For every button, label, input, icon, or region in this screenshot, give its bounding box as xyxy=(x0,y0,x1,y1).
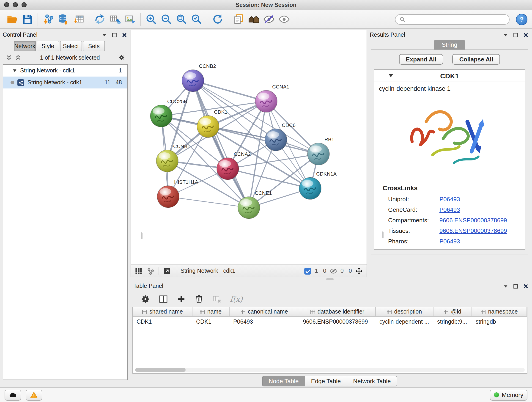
column-header[interactable]: description xyxy=(376,307,433,316)
zoom-in-button[interactable] xyxy=(143,12,158,27)
clone-network-button[interactable] xyxy=(92,12,107,27)
search-input[interactable] xyxy=(408,16,505,22)
import-network-file-button[interactable] xyxy=(41,12,56,27)
tab-edge-table[interactable]: Edge Table xyxy=(305,376,347,386)
network-collection-row[interactable]: String Network - cdk1 1 xyxy=(3,65,127,77)
tab-select[interactable]: Select xyxy=(60,41,82,51)
table-cell[interactable]: cyclin-dependent ... xyxy=(376,317,433,326)
tab-sets[interactable]: Sets xyxy=(83,41,105,51)
crosslink-link[interactable]: 9606.ENSP00000378699 xyxy=(439,227,509,234)
tab-style[interactable]: Style xyxy=(37,41,59,51)
network-from-table-button[interactable] xyxy=(107,12,122,27)
column-icon xyxy=(444,309,449,314)
help-button[interactable]: ? xyxy=(516,13,527,25)
float-panel-button[interactable] xyxy=(502,32,509,38)
network-graph[interactable]: CCNB2CCNA1CDC25BCDK1CDC6RB1CCNB1CCNA2CDK… xyxy=(131,30,367,264)
zoom-window-button[interactable] xyxy=(22,2,27,7)
tab-network-table[interactable]: Network Table xyxy=(347,376,397,386)
horizontal-splitter[interactable] xyxy=(131,277,529,281)
open-external-icon[interactable] xyxy=(163,267,171,275)
collapse-all-button[interactable]: Collapse All xyxy=(452,54,500,65)
selected-checkbox-icon[interactable] xyxy=(304,267,312,275)
maximize-panel-button[interactable] xyxy=(512,32,519,38)
network-node-ccna1[interactable]: CCNA1 xyxy=(255,84,289,112)
add-column-icon[interactable] xyxy=(177,294,186,304)
minimize-window-button[interactable] xyxy=(13,2,18,7)
maximize-panel-button[interactable] xyxy=(111,32,118,38)
delete-column-icon[interactable] xyxy=(194,294,204,304)
close-panel-button[interactable] xyxy=(121,32,128,38)
float-panel-button[interactable] xyxy=(502,283,509,289)
pan-move-icon[interactable] xyxy=(355,267,363,275)
tab-node-table[interactable]: Node Table xyxy=(262,376,305,386)
network-node-cdkn1a[interactable]: CDKN1A xyxy=(299,171,337,199)
column-header[interactable]: database identifier xyxy=(299,307,376,316)
network-node-rb1[interactable]: RB1 xyxy=(307,137,334,165)
table-settings-gear-icon[interactable] xyxy=(141,294,150,304)
network-overview-icon[interactable] xyxy=(147,267,154,275)
crosslink-link[interactable]: P06493 xyxy=(439,206,462,213)
zoom-fit-button[interactable] xyxy=(174,12,189,27)
column-header[interactable]: shared name xyxy=(133,307,192,316)
table-cell[interactable]: CDK1 xyxy=(133,317,192,326)
column-header[interactable]: namespace xyxy=(472,307,527,316)
copy-annotation-button[interactable] xyxy=(231,12,246,27)
zoom-out-button[interactable] xyxy=(158,12,174,27)
import-network-database-button[interactable] xyxy=(56,12,71,27)
network-row[interactable]: String Network - cdk1 11 48 xyxy=(3,77,127,89)
save-session-button[interactable] xyxy=(20,12,35,27)
network-node-ccnb1[interactable]: CCNB1 xyxy=(156,143,190,172)
table-cell[interactable]: 9606.ENSP00000378699 xyxy=(299,317,376,326)
birds-eye-view-icon[interactable] xyxy=(135,267,143,275)
open-session-button[interactable] xyxy=(5,12,20,27)
network-node-cdc6[interactable]: CDC6 xyxy=(265,122,296,151)
tab-string[interactable]: String xyxy=(434,40,465,50)
network-node-cdk1[interactable]: CDK1 xyxy=(197,109,228,138)
network-edge[interactable] xyxy=(228,169,310,188)
table-cell[interactable]: P06493 xyxy=(230,317,299,326)
column-header[interactable]: name xyxy=(192,307,230,316)
network-node-ccnb2[interactable]: CCNB2 xyxy=(182,63,216,92)
tree-expand-icon[interactable] xyxy=(12,68,17,73)
close-panel-button[interactable] xyxy=(522,283,529,289)
scrollbar-thumb[interactable] xyxy=(135,368,186,372)
column-header[interactable]: canonical name xyxy=(230,307,299,316)
cloud-status-button[interactable] xyxy=(5,389,21,400)
expand-all-icon[interactable] xyxy=(15,54,22,61)
table-cell[interactable]: CDK1 xyxy=(192,317,230,326)
refresh-button[interactable] xyxy=(210,12,225,27)
close-window-button[interactable] xyxy=(4,2,9,7)
show-all-button[interactable] xyxy=(276,12,291,27)
zoom-selected-button[interactable] xyxy=(189,12,204,27)
hide-selected-button[interactable] xyxy=(261,12,276,27)
warnings-button[interactable] xyxy=(26,389,42,400)
collapse-all-icon[interactable] xyxy=(6,54,12,61)
results-panel-title: Results Panel xyxy=(370,32,405,38)
table-cell[interactable]: stringdb xyxy=(472,317,527,326)
crosslink-link[interactable]: P06493 xyxy=(439,196,462,203)
export-image-button[interactable] xyxy=(122,12,138,27)
tab-network[interactable]: Network xyxy=(14,41,36,51)
maximize-panel-button[interactable] xyxy=(512,283,519,289)
hidden-eye-slash-icon[interactable] xyxy=(329,267,337,275)
float-panel-button[interactable] xyxy=(101,32,108,38)
collapse-section-icon[interactable] xyxy=(388,73,394,78)
import-table-button[interactable] xyxy=(71,12,86,27)
table-cell[interactable]: stringdb:9... xyxy=(433,317,472,326)
crosslink-link[interactable]: P06493 xyxy=(439,238,462,245)
column-header[interactable]: @id xyxy=(433,307,472,316)
network-edge[interactable] xyxy=(168,197,249,208)
network-node-hist1h1a[interactable]: HIST1H1A xyxy=(157,179,198,208)
close-panel-button[interactable] xyxy=(522,32,529,38)
network-canvas[interactable]: CCNB2CCNA1CDC25BCDK1CDC6RB1CCNB1CCNA2CDK… xyxy=(131,30,367,264)
memory-button[interactable]: Memory xyxy=(490,389,527,400)
splitter-handle[interactable] xyxy=(382,231,384,238)
home-view-button[interactable] xyxy=(246,12,261,27)
expand-all-button[interactable]: Expand All xyxy=(399,54,443,65)
network-edge[interactable] xyxy=(193,81,249,208)
gear-icon[interactable] xyxy=(118,54,125,61)
show-columns-icon[interactable] xyxy=(158,294,168,304)
protein-card-header[interactable]: CDK1 xyxy=(374,70,525,82)
splitter-handle[interactable] xyxy=(141,232,143,239)
crosslink-link[interactable]: 9606.ENSP00000378699 xyxy=(439,217,509,224)
